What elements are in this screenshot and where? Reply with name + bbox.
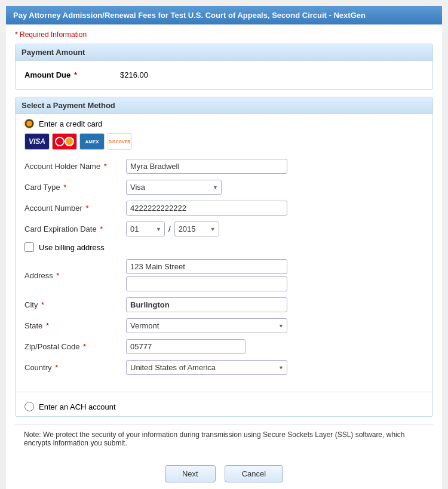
card-type-select[interactable]: Visa MasterCard American Express Discove… <box>126 180 222 195</box>
account-holder-label: Account Holder Name * <box>24 162 126 171</box>
card-type-row: Card Type * Visa MasterCard American Exp… <box>24 180 424 195</box>
main-content: * Required Information Payment Amount Am… <box>6 24 442 489</box>
expiry-month-select[interactable]: 01020304 05060708 09101112 <box>126 222 165 236</box>
address-line1-input[interactable] <box>126 259 287 274</box>
payment-method-header: Select a Payment Method <box>16 97 432 114</box>
zip-input[interactable] <box>126 339 246 354</box>
card-type-label: Card Type * <box>24 183 126 192</box>
card-expiration-label: Card Expiration Date * <box>24 224 126 233</box>
discover-icon: DISCOVER <box>107 133 132 150</box>
page-title: Pay Attorney Admission/Renewal Fees for … <box>13 11 366 20</box>
state-row: State * AlabamaAlaskaArizona ArkansasCal… <box>24 318 424 333</box>
address-fields <box>126 259 287 291</box>
state-select-wrapper: AlabamaAlaskaArizona ArkansasCaliforniaC… <box>126 318 287 333</box>
country-select-wrapper: United States of America Canada United K… <box>126 360 287 375</box>
mastercard-icon <box>52 133 77 150</box>
payment-amount-section: Payment Amount Amount Due * $216.00 <box>15 44 433 90</box>
city-label: City * <box>24 300 126 309</box>
payment-amount-header: Payment Amount <box>16 44 432 61</box>
amount-due-label: Amount Due * <box>24 70 120 79</box>
zip-label: Zip/Postal Code * <box>24 342 126 351</box>
amount-required-star: * <box>72 70 77 79</box>
account-number-row: Account Number * <box>24 201 424 216</box>
ach-radio-row[interactable]: Enter an ACH account <box>16 397 432 416</box>
address-row: Address * <box>24 259 424 291</box>
card-icons-row: VISA AMEX DISCOVER <box>16 133 432 156</box>
amex-icon: AMEX <box>79 133 105 150</box>
amount-due-value: $216.00 <box>120 70 148 79</box>
billing-address-checkbox[interactable] <box>24 242 34 252</box>
page-wrapper: Pay Attorney Admission/Renewal Fees for … <box>6 6 442 489</box>
next-button[interactable]: Next <box>165 465 216 482</box>
payment-amount-body: Amount Due * $216.00 <box>16 61 432 89</box>
credit-card-label: Enter a credit card <box>39 119 102 128</box>
account-holder-row: Account Holder Name * <box>24 159 424 174</box>
billing-address-row[interactable]: Use billing address <box>24 242 424 252</box>
account-number-label: Account Number * <box>24 204 126 213</box>
title-bar: Pay Attorney Admission/Renewal Fees for … <box>6 6 442 24</box>
account-number-input[interactable] <box>126 201 287 216</box>
account-holder-input[interactable] <box>126 159 287 174</box>
expiry-year-select[interactable]: 2015201620172018 2019202020212022 202320… <box>174 222 219 236</box>
security-note: Note: We protect the security of your in… <box>15 424 433 453</box>
payment-method-section: Select a Payment Method Enter a credit c… <box>15 97 433 417</box>
expiry-year-wrapper: 2015201620172018 2019202020212022 202320… <box>174 222 219 236</box>
city-row: City * <box>24 297 424 312</box>
credit-card-radio[interactable] <box>24 119 34 128</box>
card-type-select-wrapper: Visa MasterCard American Express Discove… <box>126 180 222 195</box>
state-label: State * <box>24 321 126 330</box>
ach-radio[interactable] <box>24 402 34 411</box>
credit-card-radio-row[interactable]: Enter a credit card <box>16 114 432 133</box>
expiry-month-wrapper: 01020304 05060708 09101112 <box>126 222 165 236</box>
country-label: Country * <box>24 363 126 372</box>
billing-address-label: Use billing address <box>39 243 105 252</box>
visa-icon: VISA <box>24 133 50 150</box>
zip-row: Zip/Postal Code * <box>24 339 424 354</box>
expiry-row: 01020304 05060708 09101112 / 20152016201… <box>126 222 219 236</box>
ach-label: Enter an ACH account <box>39 402 116 411</box>
divider <box>16 392 432 392</box>
button-row: Next Cancel <box>15 459 433 489</box>
cancel-button[interactable]: Cancel <box>225 465 283 482</box>
card-expiration-row: Card Expiration Date * 01020304 05060708… <box>24 222 424 236</box>
country-row: Country * United States of America Canad… <box>24 360 424 375</box>
state-select[interactable]: AlabamaAlaskaArizona ArkansasCaliforniaC… <box>126 318 287 333</box>
city-input[interactable] <box>126 297 287 312</box>
address-label: Address * <box>24 271 126 280</box>
country-select[interactable]: United States of America Canada United K… <box>126 360 287 375</box>
address-line2-input[interactable] <box>126 276 287 291</box>
required-info-label: * Required Information <box>15 30 433 39</box>
expiry-separator: / <box>168 224 171 233</box>
amount-due-row: Amount Due * $216.00 <box>24 67 424 83</box>
credit-card-form: Account Holder Name * Card Type * Visa M… <box>16 156 432 387</box>
